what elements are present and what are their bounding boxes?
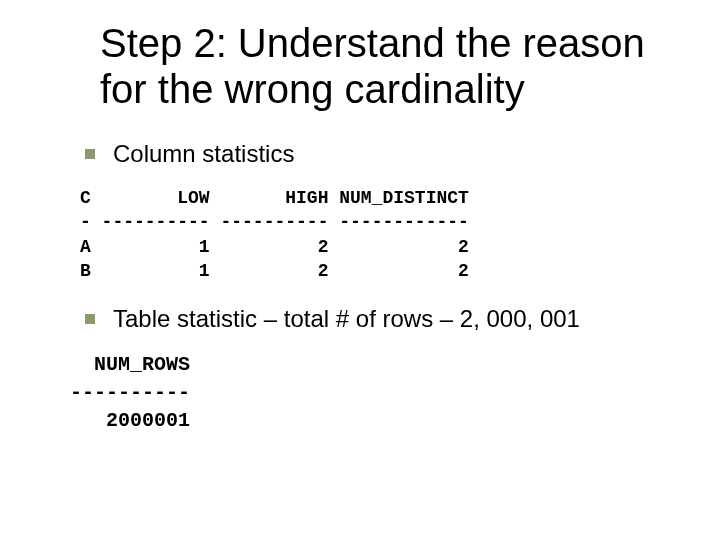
num-rows-table: NUM_ROWS ---------- 2000001 bbox=[70, 351, 680, 435]
slide: Step 2: Understand the reason for the wr… bbox=[0, 0, 720, 540]
column-stats-table: C LOW HIGH NUM_DISTINCT - ---------- ---… bbox=[80, 186, 680, 283]
bullet-text: Table statistic – total # of rows – 2, 0… bbox=[113, 305, 580, 333]
bullet-icon bbox=[85, 314, 95, 324]
slide-title: Step 2: Understand the reason for the wr… bbox=[100, 20, 680, 112]
bullet-text: Column statistics bbox=[113, 140, 294, 168]
bullet-column-statistics: Column statistics bbox=[85, 140, 680, 168]
bullet-icon bbox=[85, 149, 95, 159]
bullet-table-statistic: Table statistic – total # of rows – 2, 0… bbox=[85, 305, 680, 333]
